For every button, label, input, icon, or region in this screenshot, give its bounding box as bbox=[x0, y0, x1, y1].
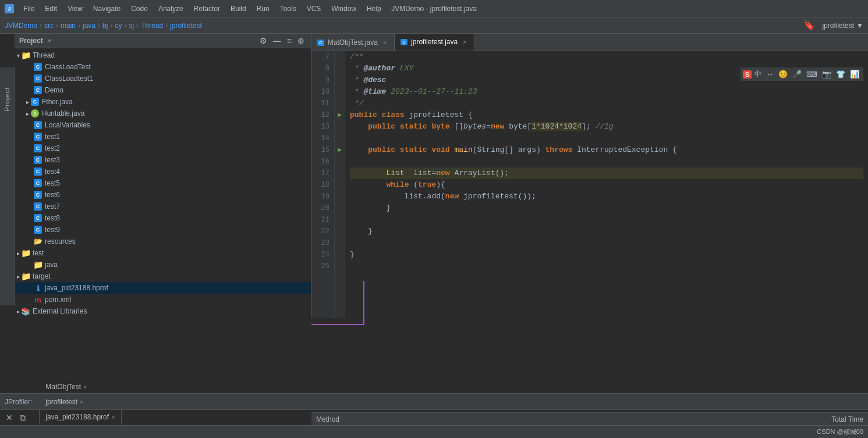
breadcrumb-item-5[interactable]: cy bbox=[115, 22, 122, 30]
jprofiler-tabs: JProfiler: MatObjTest×jprofiletest×java_… bbox=[0, 394, 868, 410]
tree-item-java-test[interactable]: 📁java bbox=[15, 259, 311, 270]
menu-navigate[interactable]: Navigate bbox=[88, 3, 125, 14]
split-button[interactable]: ⧉ bbox=[17, 412, 28, 424]
breadcrumb-item-8[interactable]: jprofiletest bbox=[170, 22, 202, 30]
tree-item-test3[interactable]: Ctest3 bbox=[15, 154, 311, 166]
camera-icon[interactable]: 📷 bbox=[820, 69, 833, 79]
scrollleft-icon[interactable]: ≡ bbox=[285, 36, 293, 45]
arrows-icon[interactable]: ↔ bbox=[764, 69, 775, 79]
chart-icon[interactable]: 📊 bbox=[848, 69, 861, 79]
jp-tab-close-jprofiletest[interactable]: × bbox=[80, 398, 83, 405]
close-button[interactable]: ✕ bbox=[3, 412, 15, 423]
breadcrumb-item-2[interactable]: main bbox=[61, 22, 76, 30]
project-stripe-label[interactable]: Project bbox=[3, 85, 10, 113]
tree-item-resources[interactable]: 📂resources bbox=[15, 236, 311, 247]
dropdown-icon[interactable]: ▼ bbox=[856, 22, 863, 30]
cn-icon[interactable]: 中 bbox=[753, 69, 763, 80]
keyboard-icon[interactable]: ⌨ bbox=[805, 69, 819, 79]
breadcrumb-item-4[interactable]: bj bbox=[102, 22, 108, 30]
breadcrumb-item-1[interactable]: src bbox=[44, 22, 54, 30]
breadcrumb-sep-3: › bbox=[98, 22, 100, 30]
menu-build[interactable]: Build bbox=[226, 3, 251, 14]
line-num-22: 22 bbox=[316, 226, 330, 237]
breadcrumb-item-0[interactable]: JVMDemo bbox=[5, 22, 37, 30]
menu-help[interactable]: Help bbox=[362, 3, 386, 14]
tree-item-test4[interactable]: Ctest4 bbox=[15, 166, 311, 177]
tab-matobjtest[interactable]: CMatObjTest.java× bbox=[311, 34, 395, 51]
tree-item-classloadtest1[interactable]: CClassLoadtest1 bbox=[15, 73, 311, 84]
tree-item-pomxml[interactable]: mpom.xml bbox=[15, 294, 311, 305]
tree-item-test7[interactable]: Ctest7 bbox=[15, 201, 311, 212]
menu-file[interactable]: File bbox=[19, 3, 39, 14]
tree-item-test9[interactable]: Ctest9 bbox=[15, 224, 311, 236]
sogou-icon[interactable]: S bbox=[743, 70, 752, 79]
collapse-icon[interactable]: — bbox=[271, 36, 283, 45]
breadcrumb-item-6[interactable]: sj bbox=[129, 22, 134, 30]
menu-window[interactable]: Window bbox=[327, 3, 361, 14]
breadcrumb-item-7[interactable]: Thread bbox=[141, 22, 163, 30]
jp-tab-close-matobjtest[interactable]: × bbox=[83, 383, 87, 390]
code-line-12: public class jprofiletest { bbox=[350, 109, 863, 121]
gutter-12: ▶ bbox=[335, 109, 345, 121]
settings-icon[interactable]: ⚙ bbox=[258, 36, 269, 45]
line-num-7: 7 bbox=[316, 51, 330, 63]
run-arrow-15[interactable]: ▶ bbox=[338, 144, 342, 156]
tree-item-classloadtest[interactable]: CClassLoadTest bbox=[15, 61, 311, 73]
caret-extlibs[interactable]: ▸ bbox=[17, 308, 20, 315]
tree-item-test2[interactable]: Ctest2 bbox=[15, 143, 311, 154]
emoji-icon[interactable]: 😊 bbox=[777, 69, 789, 79]
caret-target[interactable]: ▸ bbox=[17, 273, 20, 280]
label-test1: test1 bbox=[45, 133, 60, 141]
tree-item-test1[interactable]: Ctest1 bbox=[15, 131, 311, 143]
menu-tools[interactable]: Tools bbox=[275, 3, 301, 14]
gutter-8 bbox=[335, 63, 345, 74]
status-bar: CSDN @倾城00 bbox=[0, 425, 868, 438]
gear-icon[interactable]: ⊕ bbox=[296, 36, 306, 45]
jp-tab-jprofiletest[interactable]: jprofiletest× bbox=[39, 394, 121, 409]
tree-item-demo[interactable]: CDemo bbox=[15, 84, 311, 96]
tree-item-test8[interactable]: Ctest8 bbox=[15, 212, 311, 224]
shirt-icon[interactable]: 👕 bbox=[834, 69, 847, 79]
mic-icon[interactable]: 🎤 bbox=[791, 69, 803, 79]
caret-huntable[interactable]: ▸ bbox=[26, 111, 29, 117]
menu-view[interactable]: View bbox=[63, 3, 87, 14]
caret-test[interactable]: ▸ bbox=[17, 250, 20, 257]
gutter-20 bbox=[335, 202, 345, 214]
label-test: test bbox=[33, 249, 44, 257]
caret-thread[interactable]: ▾ bbox=[17, 52, 20, 59]
tree-item-extlibs[interactable]: ▸📚External Libraries bbox=[15, 305, 311, 317]
tab-close-matobjtest[interactable]: × bbox=[381, 38, 388, 47]
tree-item-test5[interactable]: Ctest5 bbox=[15, 177, 311, 189]
icon-fther: C bbox=[30, 97, 40, 106]
tree-item-fther[interactable]: ▸CFther.java bbox=[15, 96, 311, 108]
gutter-25 bbox=[335, 261, 345, 272]
tree-item-huntable[interactable]: ▸IHuntable.java bbox=[15, 108, 311, 119]
bookmark-icon[interactable]: 🔖 bbox=[803, 20, 815, 31]
run-arrow-12[interactable]: ▶ bbox=[338, 109, 342, 121]
breadcrumb-item-3[interactable]: java bbox=[83, 22, 95, 30]
tab-close-jprofiletest[interactable]: × bbox=[461, 38, 468, 46]
tree-item-hprof[interactable]: ℹjava_pid23188.hprof bbox=[15, 282, 311, 294]
menu-vcs[interactable]: VCS bbox=[302, 3, 326, 14]
menu-code[interactable]: Code bbox=[126, 3, 153, 14]
label-test3: test3 bbox=[45, 156, 60, 164]
icon-test3: C bbox=[33, 155, 42, 165]
caret-fther[interactable]: ▸ bbox=[26, 99, 29, 105]
tree-item-target[interactable]: ▸📁target bbox=[15, 270, 311, 282]
tree-item-test[interactable]: ▸📁test bbox=[15, 247, 311, 259]
code-editor[interactable]: 78910111213141516171819202122232425 ▶▶ /… bbox=[311, 51, 868, 318]
jp-tab-matobjtest[interactable]: MatObjTest× bbox=[39, 379, 121, 394]
icon-test4: C bbox=[33, 167, 42, 176]
menu-refactor[interactable]: Refactor bbox=[189, 3, 225, 14]
code-line-11: */ bbox=[350, 98, 863, 109]
line-num-16: 16 bbox=[316, 156, 330, 168]
icon-thread: 📁 bbox=[21, 51, 30, 60]
tree-item-localvars[interactable]: CLocalVariables bbox=[15, 119, 311, 131]
menu-edit[interactable]: Edit bbox=[40, 3, 62, 14]
tab-jprofiletest[interactable]: Cjprofiletest.java× bbox=[395, 34, 474, 51]
icon-classloadtest1: C bbox=[33, 74, 42, 83]
menu-run[interactable]: Run bbox=[252, 3, 274, 14]
tree-item-test6[interactable]: Ctest6 bbox=[15, 189, 311, 201]
tree-item-thread[interactable]: ▾📁Thread bbox=[15, 49, 311, 61]
menu-analyze[interactable]: Analyze bbox=[154, 3, 188, 14]
